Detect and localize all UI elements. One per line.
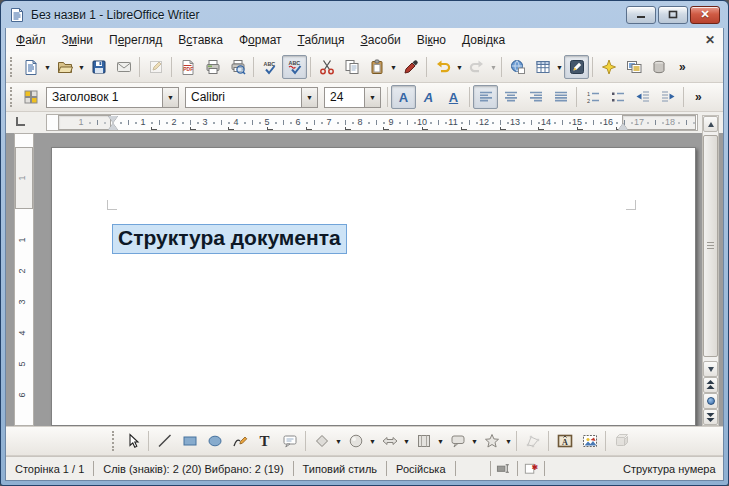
- paragraph-style-value[interactable]: Заголовок 1: [47, 90, 162, 104]
- menu-item-tools[interactable]: Засоби: [352, 30, 408, 50]
- document-modified-icon[interactable]: ✱: [518, 461, 544, 476]
- status-outline-text[interactable]: Структура нумера: [615, 463, 723, 475]
- cut-button[interactable]: [314, 55, 339, 79]
- status-page-style[interactable]: Типовий стиль: [294, 463, 386, 475]
- copy-button[interactable]: [339, 55, 364, 79]
- menu-item-insert[interactable]: Вставка: [170, 30, 231, 50]
- menu-item-table[interactable]: Таблиця: [290, 30, 353, 50]
- bold-button[interactable]: A: [391, 85, 416, 109]
- close-document-button[interactable]: ✕: [705, 33, 715, 47]
- table-dropdown[interactable]: ▼: [555, 55, 564, 79]
- save-button[interactable]: [86, 55, 111, 79]
- select-button[interactable]: [120, 429, 145, 453]
- navigation-button[interactable]: [703, 393, 718, 409]
- font-name-dropdown[interactable]: ▼: [301, 88, 317, 107]
- format-paintbrush-button[interactable]: [398, 55, 423, 79]
- menu-item-window[interactable]: Вікно: [409, 30, 454, 50]
- align-left-button[interactable]: [473, 85, 498, 109]
- scrollbar-thumb[interactable]: [703, 135, 718, 357]
- text-box-button[interactable]: T: [252, 429, 277, 453]
- open-dropdown[interactable]: ▼: [77, 55, 86, 79]
- scroll-down-button[interactable]: [703, 361, 718, 377]
- symbol-shapes-button[interactable]: [343, 429, 368, 453]
- toolbar-drag-handle[interactable]: [10, 87, 14, 107]
- close-button[interactable]: ✕: [690, 6, 720, 24]
- underline-button[interactable]: A: [441, 85, 466, 109]
- left-indent-marker[interactable]: [108, 123, 118, 130]
- minimize-button[interactable]: [626, 6, 656, 24]
- justify-button[interactable]: [548, 85, 573, 109]
- selected-heading-text[interactable]: Структура документа: [112, 224, 347, 254]
- drawing-functions-button[interactable]: [564, 55, 589, 79]
- freeform-line-button[interactable]: [227, 429, 252, 453]
- auto-spellcheck-button[interactable]: ABC: [282, 55, 307, 79]
- paste-button[interactable]: [364, 55, 389, 79]
- stars-dropdown[interactable]: ▼: [504, 429, 513, 453]
- font-name-value[interactable]: Calibri: [186, 90, 301, 104]
- styles-button[interactable]: [18, 85, 43, 109]
- right-indent-marker[interactable]: [618, 123, 628, 130]
- edit-file-button[interactable]: [143, 55, 168, 79]
- first-line-indent-marker[interactable]: [108, 116, 118, 123]
- edit-points-button[interactable]: [520, 429, 545, 453]
- stars-button[interactable]: [479, 429, 504, 453]
- callouts-dropdown[interactable]: ▼: [470, 429, 479, 453]
- undo-dropdown[interactable]: ▼: [455, 55, 464, 79]
- block-arrows-dropdown[interactable]: ▼: [402, 429, 411, 453]
- rectangle-button[interactable]: [177, 429, 202, 453]
- menu-item-view[interactable]: Перегляд: [101, 30, 170, 50]
- menu-item-format[interactable]: Формат: [231, 30, 290, 50]
- basic-shapes-dropdown[interactable]: ▼: [334, 429, 343, 453]
- tab-stop-type-selector[interactable]: [16, 117, 25, 126]
- basic-shapes-button[interactable]: [309, 429, 334, 453]
- open-button[interactable]: [52, 55, 77, 79]
- numbered-list-button[interactable]: 12: [580, 85, 605, 109]
- extrusion-button[interactable]: [609, 429, 634, 453]
- flowchart-dropdown[interactable]: ▼: [436, 429, 445, 453]
- data-sources-button[interactable]: [646, 55, 671, 79]
- line-button[interactable]: [152, 429, 177, 453]
- callouts-button[interactable]: [445, 429, 470, 453]
- redo-button[interactable]: [464, 55, 489, 79]
- document-page[interactable]: Структура документа: [51, 147, 696, 426]
- table-button[interactable]: [530, 55, 555, 79]
- previous-page-button[interactable]: [703, 377, 718, 393]
- scroll-up-button[interactable]: [703, 116, 718, 132]
- decrease-indent-button[interactable]: [630, 85, 655, 109]
- align-right-button[interactable]: [523, 85, 548, 109]
- symbol-shapes-dropdown[interactable]: ▼: [368, 429, 377, 453]
- italic-button[interactable]: A: [416, 85, 441, 109]
- font-size-combobox[interactable]: 24 ▼: [324, 87, 381, 108]
- maximize-button[interactable]: [658, 6, 688, 24]
- print-preview-button[interactable]: [225, 55, 250, 79]
- new-document-button[interactable]: [18, 55, 43, 79]
- block-arrows-button[interactable]: [377, 429, 402, 453]
- export-pdf-button[interactable]: PDF: [175, 55, 200, 79]
- hyperlink-button[interactable]: [505, 55, 530, 79]
- menu-item-edit[interactable]: Зміни: [54, 30, 102, 50]
- next-page-button[interactable]: [703, 409, 718, 425]
- align-center-button[interactable]: [498, 85, 523, 109]
- undo-button[interactable]: [430, 55, 455, 79]
- callout-frame-button[interactable]: [277, 429, 302, 453]
- toolbar-drag-handle[interactable]: [10, 57, 14, 77]
- navigator-button[interactable]: [596, 55, 621, 79]
- status-page-number[interactable]: Сторінка 1 / 1: [6, 463, 93, 475]
- print-button[interactable]: [200, 55, 225, 79]
- redo-dropdown[interactable]: ▼: [489, 55, 498, 79]
- font-size-dropdown[interactable]: ▼: [364, 88, 380, 107]
- flowchart-button[interactable]: [411, 429, 436, 453]
- toolbar-overflow-button[interactable]: »: [673, 60, 692, 74]
- vertical-scrollbar[interactable]: [702, 115, 719, 426]
- email-button[interactable]: [111, 55, 136, 79]
- font-size-value[interactable]: 24: [325, 90, 364, 104]
- toolbar-drag-handle[interactable]: [112, 431, 116, 451]
- title-bar[interactable]: Без назви 1 - LibreOffice Writer ✕: [5, 1, 724, 28]
- gallery-button[interactable]: [621, 55, 646, 79]
- font-name-combobox[interactable]: Calibri ▼: [185, 87, 318, 108]
- ellipse-button[interactable]: [202, 429, 227, 453]
- menu-item-file[interactable]: Файл: [8, 30, 54, 50]
- bullet-list-button[interactable]: [605, 85, 630, 109]
- scrollbar-track[interactable]: [703, 132, 718, 361]
- fontwork-button[interactable]: A: [552, 429, 577, 453]
